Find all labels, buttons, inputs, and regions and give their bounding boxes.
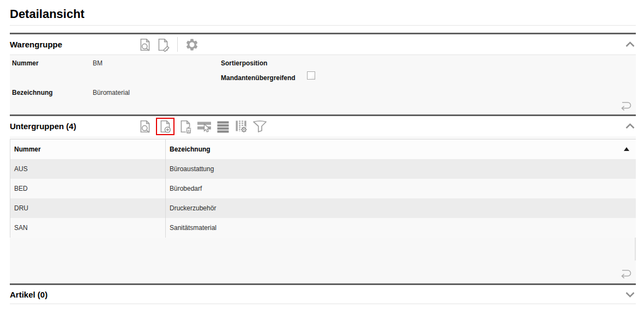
view-button[interactable] bbox=[138, 119, 152, 134]
table-row[interactable]: DRU Druckerzubehör bbox=[10, 198, 636, 218]
filter-button[interactable] bbox=[252, 119, 268, 134]
doc-search-icon bbox=[138, 119, 152, 134]
warengruppe-header: Warengruppe bbox=[10, 34, 636, 55]
table-row[interactable]: BED Bürobedarf bbox=[10, 179, 636, 198]
warengruppe-toolbar bbox=[138, 34, 199, 55]
rows-icon bbox=[216, 119, 230, 134]
artikel-header: Artikel (0) bbox=[10, 285, 636, 304]
edit-button[interactable] bbox=[156, 38, 170, 52]
untergruppen-table: Nummer Bezeichnung AUS Büroaustattung BE… bbox=[10, 139, 636, 238]
untergruppen-toolbar bbox=[138, 116, 268, 136]
bezeichnung-label: Bezeichnung bbox=[12, 89, 53, 96]
cell-nummer: SAN bbox=[10, 218, 166, 238]
cell-nummer: DRU bbox=[10, 198, 166, 218]
warengruppe-title: Warengruppe bbox=[10, 40, 62, 49]
gear-icon bbox=[185, 38, 199, 52]
columns-gear-icon bbox=[234, 119, 248, 134]
mandantenuebergreifend-label: Mandantenübergreifend bbox=[221, 74, 296, 82]
detail-view-page: { "page": { "title": "Detailansicht" }, … bbox=[0, 0, 644, 327]
cell-nummer: BED bbox=[10, 179, 166, 198]
mandantenuebergreifend-checkbox[interactable] bbox=[307, 71, 315, 80]
cell-bezeichnung: Sanitätsmaterial bbox=[166, 218, 636, 238]
sortierposition-label: Sortierposition bbox=[221, 59, 267, 67]
settings-button[interactable] bbox=[185, 38, 199, 52]
column-settings-button[interactable] bbox=[234, 119, 248, 134]
scrollbar-track[interactable] bbox=[635, 238, 636, 261]
warengruppe-collapse-button[interactable] bbox=[625, 34, 635, 55]
delete-button[interactable] bbox=[178, 119, 192, 134]
table-header-row: Nummer Bezeichnung bbox=[10, 140, 636, 159]
chevron-down-icon bbox=[625, 292, 635, 298]
toolbar-separator bbox=[177, 37, 178, 52]
doc-delete-icon bbox=[178, 119, 192, 134]
doc-search-icon bbox=[138, 38, 152, 52]
highlight-box bbox=[156, 118, 174, 135]
warengruppe-body: Nummer BM Sortierposition Mandantenüberg… bbox=[10, 55, 636, 113]
cell-bezeichnung: Druckerzubehör bbox=[166, 198, 636, 218]
untergruppen-body: Nummer Bezeichnung AUS Büroaustattung BE… bbox=[10, 136, 636, 283]
cell-nummer: AUS bbox=[10, 159, 166, 179]
artikel-divider bbox=[10, 304, 636, 304]
chevron-up-icon bbox=[625, 41, 635, 47]
sort-ascending-icon[interactable] bbox=[624, 147, 629, 151]
bezeichnung-value: Büromaterial bbox=[93, 89, 130, 96]
content-area: Detailansicht Warengruppe bbox=[10, 0, 636, 327]
nummer-label: Nummer bbox=[12, 59, 39, 67]
return-arrow-icon bbox=[618, 100, 633, 111]
funnel-icon bbox=[252, 119, 268, 134]
select-row-button[interactable] bbox=[196, 119, 212, 134]
rows-cursor-icon bbox=[196, 119, 212, 134]
cell-bezeichnung: Bürobedarf bbox=[166, 179, 636, 198]
doc-add-icon bbox=[158, 119, 172, 134]
column-header-nummer[interactable]: Nummer bbox=[10, 140, 166, 159]
artikel-title: Artikel (0) bbox=[10, 290, 47, 299]
page-title: Detailansicht bbox=[10, 7, 85, 21]
cell-bezeichnung: Büroaustattung bbox=[166, 159, 636, 179]
return-arrow-icon bbox=[618, 268, 633, 279]
view-button[interactable] bbox=[138, 38, 152, 52]
artikel-expand-button[interactable] bbox=[625, 285, 635, 304]
nummer-value: BM bbox=[93, 59, 103, 67]
untergruppen-collapse-button[interactable] bbox=[625, 116, 635, 136]
chevron-up-icon bbox=[625, 123, 635, 129]
table-row[interactable]: AUS Büroaustattung bbox=[10, 159, 636, 179]
column-header-bezeichnung[interactable]: Bezeichnung bbox=[166, 140, 636, 159]
untergruppen-header: Untergruppen (4) bbox=[10, 116, 636, 136]
title-divider bbox=[10, 25, 636, 26]
untergruppen-undo-button[interactable] bbox=[618, 268, 633, 279]
untergruppen-title: Untergruppen (4) bbox=[10, 122, 76, 131]
add-button[interactable] bbox=[158, 119, 172, 134]
list-rows-button[interactable] bbox=[216, 119, 230, 134]
doc-edit-icon bbox=[156, 38, 170, 52]
table-row[interactable]: SAN Sanitätsmaterial bbox=[10, 218, 636, 238]
warengruppe-undo-button[interactable] bbox=[618, 100, 633, 111]
